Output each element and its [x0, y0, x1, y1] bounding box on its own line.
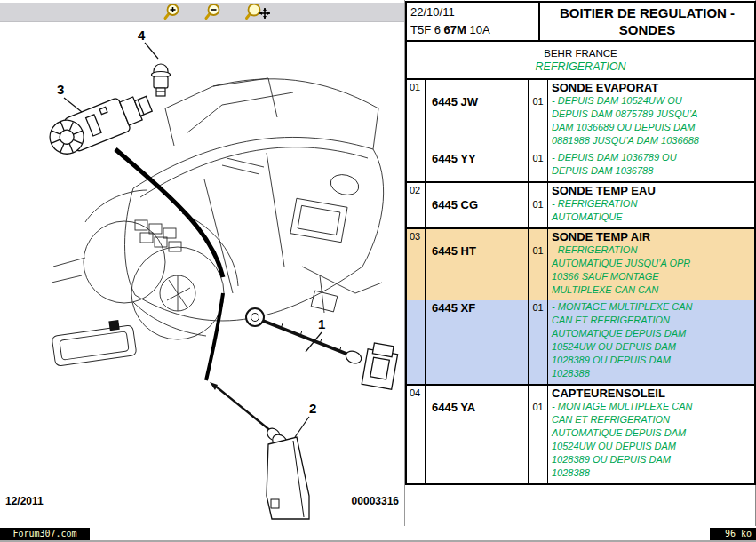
supplier-band: BEHR FRANCE REFRIGERATION [407, 42, 754, 80]
quantity: 01 [529, 300, 548, 384]
supplier-name: BEHR FRANCE [407, 48, 754, 59]
header-left: 22/10/11 T5F 6 67M 10A [407, 3, 540, 40]
row-grid: SONDE TEMP EAU6445 CG01- REFRIGERATION A… [426, 183, 754, 227]
table-row[interactable]: 01 SONDE EVAPORAT6445 JW01- DEPUIS DAM 1… [407, 80, 754, 181]
quantity: 01 [529, 151, 548, 181]
part-number: 6445 HT [426, 243, 529, 300]
part3-pressure-switch [44, 87, 155, 160]
exploded-view-drawing: 4 3 [0, 0, 404, 526]
callout-3: 3 [57, 82, 64, 97]
ref-cell [407, 300, 426, 384]
applicability-note: - MONTAGE MULTIPLEXE CAN CAN ET REFRIGER… [548, 300, 754, 384]
part-number: 6445 YA [426, 400, 529, 483]
table-row[interactable]: 02 SONDE TEMP EAU6445 CG01- REFRIGERATIO… [407, 181, 754, 227]
quantity: 01 [529, 243, 548, 300]
qty-cell-spacer [529, 386, 548, 400]
part4-sun-sensor [145, 43, 171, 96]
part-title: SONDE TEMP EAU [548, 183, 754, 197]
ref-cell: 02 [407, 183, 426, 227]
quantity: 01 [529, 400, 548, 483]
watermark-site: Forum307.com [0, 528, 90, 540]
plate-code-main: 67M [444, 23, 466, 36]
plate-code: T5F 6 67M 10A [407, 20, 538, 38]
callout-1: 1 [318, 316, 325, 331]
system-name: REFRIGERATION [407, 60, 754, 73]
table-header: 22/10/11 T5F 6 67M 10A BOITIER DE REGULA… [407, 3, 754, 42]
drawing-number: 00003316 [0, 495, 399, 507]
page-title: BOITIER DE REGULATION - SONDES [540, 3, 754, 40]
applicability-note: - REFRIGERATION AUTOMATIQUE JUSQU’A OPR … [548, 243, 754, 300]
zoom-pan-icon[interactable] [243, 4, 274, 21]
zoom-toolbar [0, 3, 404, 22]
part-cell-spacer [426, 229, 529, 243]
part-number: 6445 CG [426, 197, 529, 227]
parts-table: 22/10/11 T5F 6 67M 10A BOITIER DE REGULA… [405, 1, 756, 485]
catalog-date: 22/10/11 [407, 3, 538, 20]
part-number: 6445 JW [426, 94, 529, 151]
parts-rows: 01 SONDE EVAPORAT6445 JW01- DEPUIS DAM 1… [407, 80, 754, 483]
part-cell-spacer [426, 386, 529, 400]
part-cell-spacer [426, 80, 529, 94]
diagram-panel: 4 3 [0, 0, 404, 526]
qty-cell-spacer [529, 229, 548, 243]
plate-code-suffix: 10A [466, 23, 490, 36]
ref-cell: 03 [407, 229, 426, 300]
part-number: 6445 XF [426, 300, 529, 384]
parts-table-panel: 22/10/11 T5F 6 67M 10A BOITIER DE REGULA… [404, 0, 756, 526]
applicability-note: - DEPUIS DAM 10524UW OU DEPUIS DAM 08757… [548, 94, 754, 151]
callout-4: 4 [138, 28, 146, 43]
applicability-note: - MONTAGE MULTIPLEXE CAN CAN ET REFRIGER… [548, 400, 754, 483]
qty-cell-spacer [529, 80, 548, 94]
ref-cell: 01 [407, 80, 426, 181]
callout-2: 2 [309, 401, 316, 416]
applicability-note: - REFRIGERATION AUTOMATIQUE [548, 197, 754, 227]
table-row[interactable]: 04 CAPTEURENSOLEIL6445 YA01- MONTAGE MUL… [407, 384, 754, 483]
part-title: CAPTEURENSOLEIL [548, 386, 754, 400]
zoom-in-icon[interactable] [162, 4, 183, 21]
status-bar: Forum307.com 96 ko [0, 528, 756, 542]
row-grid: SONDE EVAPORAT6445 JW01- DEPUIS DAM 1052… [426, 80, 754, 181]
table-row[interactable]: 6445 XF01- MONTAGE MULTIPLEXE CAN CAN ET… [407, 300, 754, 384]
part-title: SONDE EVAPORAT [548, 80, 754, 94]
quantity: 01 [529, 94, 548, 151]
qty-cell-spacer [529, 183, 548, 197]
row-grid: SONDE TEMP AIR6445 HT01- REFRIGERATION A… [426, 229, 754, 300]
part-number: 6445 YY [426, 151, 529, 181]
table-row[interactable]: 03 SONDE TEMP AIR6445 HT01- REFRIGERATIO… [407, 227, 754, 300]
row-grid: 6445 XF01- MONTAGE MULTIPLEXE CAN CAN ET… [426, 300, 754, 384]
ref-cell: 04 [407, 386, 426, 483]
part-title: SONDE TEMP AIR [548, 229, 754, 243]
plate-code-prefix: T5F 6 [410, 23, 444, 36]
zoom-out-icon[interactable] [203, 4, 224, 21]
quantity: 01 [529, 197, 548, 227]
harness-cable [115, 149, 223, 277]
parts-catalog-page: 4 3 [0, 0, 756, 542]
file-size-badge: 96 ko [710, 528, 756, 540]
row-grid: CAPTEURENSOLEIL6445 YA01- MONTAGE MULTIP… [426, 386, 754, 483]
part-cell-spacer [426, 183, 529, 197]
applicability-note: - DEPUIS DAM 1036789 OU DEPUIS DAM 10367… [548, 151, 754, 181]
